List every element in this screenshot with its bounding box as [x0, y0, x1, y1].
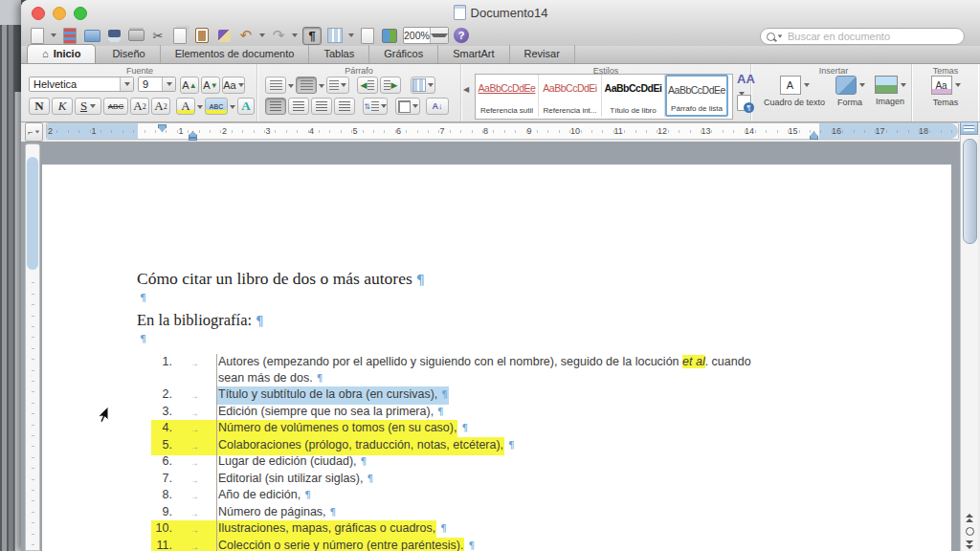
style-guides-button[interactable]: ¶ [737, 95, 751, 111]
layout-view-button[interactable] [326, 28, 344, 44]
borders-button[interactable] [395, 98, 420, 115]
increase-indent-button[interactable]: ▶ [380, 77, 401, 94]
cut-button[interactable]: ✂ [149, 28, 167, 44]
paragraph-mark: ¶ [508, 437, 515, 455]
selected-text: Título y subtítulo de la obra (en cursiv… [217, 386, 449, 405]
paragraph-mark: ¶ [461, 420, 468, 438]
sort-button[interactable]: A↓ [426, 98, 449, 115]
strikethrough-button[interactable]: ABC [103, 98, 128, 115]
search-icon[interactable] [767, 33, 775, 41]
new-document-dropdown-icon[interactable] [51, 33, 56, 37]
tab-graficos[interactable]: Gráficos [369, 45, 438, 63]
style-card-referencia-intensa[interactable]: AaBbCcDdEi Referencia int... [539, 75, 602, 117]
font-name-value: Helvetica [30, 78, 120, 90]
italic-button[interactable]: K [52, 98, 73, 115]
styles-gallery-left-arrow[interactable]: ◀ [463, 85, 469, 94]
tab-mark: → [172, 437, 217, 455]
paragraph-mark: ¶ [304, 489, 311, 500]
insert-textbox-button[interactable]: A Cuadro de texto [760, 76, 829, 107]
align-center-button[interactable] [288, 98, 309, 115]
themes-button[interactable]: Aa Temas [921, 76, 970, 107]
zoom-stepper[interactable] [430, 28, 448, 43]
align-right-button[interactable] [311, 98, 332, 115]
paragraph-group: Párrafo ◀ ▶ ⇅ A↓ [257, 64, 461, 121]
redo-button[interactable]: ↷ [270, 28, 287, 44]
undo-dropdown-icon[interactable] [259, 33, 265, 37]
tab-diseno[interactable]: Diseño [98, 45, 160, 63]
highlighter-button[interactable]: ABC [205, 98, 228, 115]
previous-page-button[interactable] [962, 512, 977, 524]
new-document-button[interactable] [29, 28, 46, 44]
justify-button[interactable] [334, 98, 355, 115]
copy-button[interactable] [171, 28, 189, 44]
style-card-titulo-de-libro[interactable]: AaBbCcDdEi Título de libro [602, 75, 665, 117]
horizontal-ruler[interactable]: 21123456789101112131415161718 [46, 122, 959, 140]
outline-view-button[interactable] [359, 28, 376, 44]
shrink-font-button[interactable]: A▼ [201, 77, 220, 94]
background-window-strip [0, 0, 21, 25]
tab-revisar[interactable]: Revisar [510, 45, 575, 63]
multilevel-list-button[interactable] [326, 77, 349, 94]
font-name-combo[interactable]: Helvetica [29, 77, 134, 92]
styles-gallery: AaBbCcDdEe Referencia sutil AaBbCcDdEi R… [475, 74, 733, 120]
text-highlight-color-button[interactable]: A [176, 98, 195, 115]
vertical-ruler[interactable] [25, 143, 40, 551]
grow-font-button[interactable]: A▲ [180, 77, 199, 94]
subscript-button[interactable]: A2 [151, 98, 170, 115]
next-page-button[interactable] [962, 539, 977, 551]
show-paragraph-marks-button[interactable]: ¶ [302, 27, 322, 45]
scrollbar-thumb[interactable] [963, 139, 977, 244]
tab-smartart[interactable]: SmartArt [438, 45, 509, 63]
save-button[interactable] [105, 28, 122, 44]
insert-image-button[interactable]: Imagen [869, 76, 911, 106]
yellow-highlighted-text: Ilustraciones, mapas, gráficas o cuadros… [217, 520, 436, 539]
select-browse-object-button[interactable] [962, 525, 977, 538]
bullet-list-dropdown-icon[interactable] [288, 84, 294, 88]
print-button[interactable] [127, 28, 145, 44]
open-button[interactable] [83, 28, 100, 44]
style-card-referencia-sutil[interactable]: AaBbCcDdEe Referencia sutil [476, 75, 539, 117]
format-painter-button[interactable] [215, 28, 233, 44]
paste-button[interactable] [193, 28, 211, 44]
underline-button[interactable]: S [75, 98, 101, 115]
help-button[interactable]: ? [454, 28, 469, 43]
numbered-list-button[interactable] [296, 77, 317, 94]
gallery-toggle-button[interactable] [61, 28, 78, 44]
tab-stop-selector[interactable]: ⌐ [25, 122, 43, 142]
superscript-button[interactable]: A2 [130, 98, 149, 115]
font-color-button[interactable]: A [237, 98, 255, 115]
bold-button[interactable]: N [29, 98, 50, 115]
tab-inicio[interactable]: ⌂Inicio [27, 44, 96, 63]
ruler-number: 12 [657, 126, 667, 136]
mouse-cursor [96, 406, 113, 425]
highlighter-dropdown-icon[interactable] [230, 105, 235, 109]
line-spacing-button[interactable]: ⇅ [363, 98, 388, 115]
search-field[interactable] [760, 28, 965, 45]
numbered-list-dropdown-icon[interactable] [319, 84, 324, 88]
list-item-11: 11. → Colección o serie y número (entre … [151, 538, 475, 551]
vertical-scrollbar[interactable] [960, 135, 978, 551]
undo-button[interactable]: ↶ [237, 28, 255, 44]
tab-tablas[interactable]: Tablas [309, 45, 369, 63]
highlight-dropdown-icon[interactable] [197, 105, 203, 109]
background-window-strip [9, 0, 13, 551]
columns-button[interactable] [411, 77, 435, 94]
style-card-parrafo-de-lista[interactable]: AaBbCcDdEe Párrafo de lista [665, 75, 728, 117]
search-scope-dropdown-icon[interactable] [778, 34, 783, 37]
insert-shape-button[interactable]: Forma [831, 76, 869, 107]
media-browser-button[interactable] [381, 28, 398, 44]
zoom-select[interactable]: 200% [403, 27, 449, 44]
bullet-list-button[interactable] [265, 77, 286, 94]
search-input[interactable] [786, 30, 958, 43]
decrease-indent-button[interactable]: ◀ [357, 77, 378, 94]
font-size-combo[interactable]: 9 [138, 77, 176, 92]
left-indent-marker[interactable] [189, 138, 197, 141]
standard-toolbar: ✂ ↶ ↷ ¶ 200% ? [29, 26, 469, 45]
tab-elementos-de-documento[interactable]: Elementos de documento [161, 45, 310, 63]
paragraph-mark: ¶ [140, 292, 146, 304]
align-left-button[interactable] [265, 98, 286, 115]
redo-dropdown-icon[interactable] [292, 33, 298, 37]
change-case-button[interactable]: Aa [222, 77, 245, 94]
split-handle[interactable] [960, 121, 978, 135]
layout-view-dropdown-icon[interactable] [348, 33, 354, 37]
